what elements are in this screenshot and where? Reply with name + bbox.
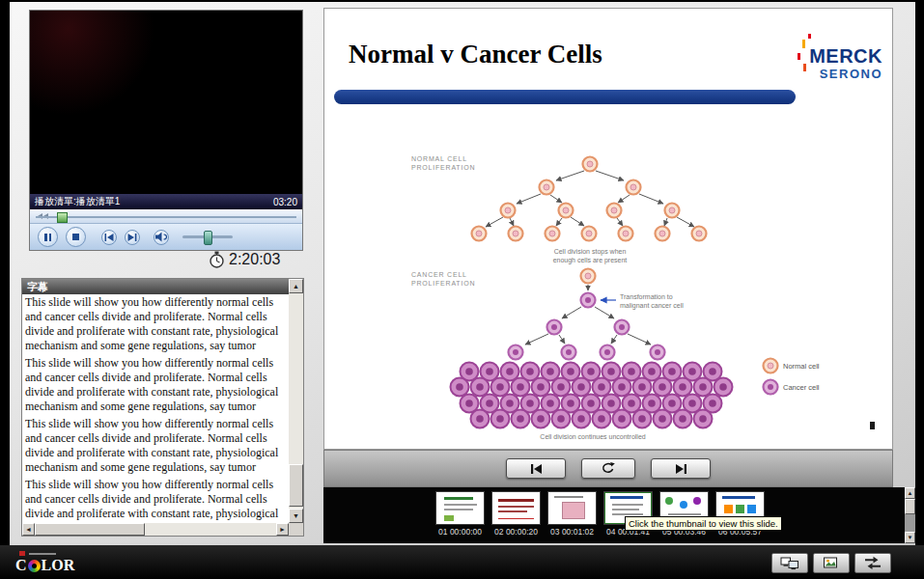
logo-serono-text: SERONO bbox=[820, 67, 882, 81]
logo-tick-icon bbox=[808, 34, 811, 39]
thumb-decoration bbox=[444, 504, 477, 506]
seek-thumb[interactable] bbox=[57, 212, 68, 223]
elapsed-time-value: 2:20:03 bbox=[229, 251, 280, 268]
thumb-decoration bbox=[612, 509, 639, 510]
scroll-down-button[interactable]: ▼ bbox=[289, 509, 303, 523]
scrollbar-corner bbox=[289, 523, 303, 536]
thumb-decoration bbox=[562, 502, 585, 519]
display-switch-icon bbox=[780, 557, 799, 570]
merck-serono-logo: MERCK SERONO bbox=[796, 34, 884, 92]
slide-viewer: Normal v Cancer Cells MERCK SERONO bbox=[323, 8, 893, 450]
elapsed-time: 2:20:03 bbox=[209, 251, 280, 268]
prev-slide-button[interactable] bbox=[506, 458, 566, 479]
left-arrow-icon: ◄ bbox=[25, 526, 32, 533]
down-arrow-icon: ▼ bbox=[293, 512, 299, 519]
subtitle-panel: 字幕 This slide will show you how differen… bbox=[21, 278, 304, 537]
stop-icon bbox=[72, 234, 79, 240]
up-arrow-icon: ▲ bbox=[293, 283, 299, 290]
color-logo: C LOR bbox=[15, 557, 74, 574]
volume-slider[interactable] bbox=[182, 235, 233, 238]
scroll-left-button[interactable]: ◄ bbox=[22, 523, 35, 536]
right-arrow-icon: ► bbox=[279, 526, 286, 533]
thumbnail-item: 03 00:01:02 bbox=[547, 491, 597, 537]
vertical-scroll-thumb[interactable] bbox=[289, 464, 303, 507]
legend-normal-label: Normal cell bbox=[783, 362, 820, 371]
playlist-label: 播放清單:播放清單1 bbox=[35, 195, 120, 208]
thumbnail-label: 01 00:00:00 bbox=[435, 527, 485, 537]
prev-track-button[interactable] bbox=[101, 230, 117, 245]
thumb-decoration bbox=[498, 518, 534, 519]
reload-slide-button[interactable] bbox=[581, 458, 635, 479]
scroll-up-button[interactable]: ▲ bbox=[289, 279, 303, 293]
svg-text:PROLIFERATION: PROLIFERATION bbox=[411, 164, 475, 171]
up-arrow-icon: ▲ bbox=[908, 490, 913, 496]
cancer-tree-arrows bbox=[525, 307, 651, 345]
stop-button[interactable] bbox=[66, 227, 86, 247]
slide-thumbnail-03[interactable] bbox=[547, 491, 597, 525]
display-switch-button[interactable] bbox=[771, 553, 808, 573]
video-screen[interactable] bbox=[30, 11, 302, 194]
thumb-decoration bbox=[736, 505, 744, 513]
seek-slider[interactable] bbox=[30, 209, 302, 223]
filmstrip: 01 00:00:00 02 00:00:20 bbox=[323, 487, 915, 543]
logo-marks bbox=[19, 551, 56, 556]
cancer-section-label: CANCER CELL bbox=[411, 271, 467, 278]
normal-caption: Cell division stops when bbox=[554, 248, 627, 256]
cancer-caption: Cell division continues uncontrolled bbox=[540, 433, 645, 440]
subtitle-paragraph: This slide will show you how differently… bbox=[25, 478, 286, 523]
thumb-decoration bbox=[444, 497, 473, 500]
transformation-label: Transformation to bbox=[620, 293, 673, 300]
video-duration: 03:20 bbox=[273, 197, 297, 207]
filmstrip-scroll-down-button[interactable]: ▼ bbox=[905, 532, 915, 543]
slide-thumbnail-01[interactable] bbox=[435, 491, 485, 525]
thumb-decoration bbox=[444, 515, 454, 521]
subtitle-header: 字幕 bbox=[22, 279, 289, 294]
slide-image-button[interactable] bbox=[813, 553, 850, 573]
slide-thumbnail-02[interactable] bbox=[491, 491, 541, 525]
horizontal-scroll-thumb[interactable] bbox=[35, 523, 145, 536]
volume-knob[interactable] bbox=[204, 231, 212, 245]
swap-arrows-icon bbox=[863, 556, 882, 570]
elearning-player-window: 播放清單:播放清單1 03:20 bbox=[0, 0, 924, 579]
thumb-decoration bbox=[498, 510, 527, 512]
thumb-decoration bbox=[722, 496, 755, 499]
thumb-decoration bbox=[498, 499, 534, 502]
next-track-icon bbox=[127, 234, 137, 241]
swap-view-button[interactable] bbox=[854, 553, 891, 573]
playback-controls bbox=[30, 223, 302, 250]
diagram-legend: Normal cell Cancer cell bbox=[764, 359, 820, 395]
next-slide-icon bbox=[673, 464, 689, 474]
footer-bar: C LOR bbox=[0, 545, 924, 579]
next-track-button[interactable] bbox=[125, 230, 140, 245]
thumb-decoration bbox=[612, 504, 643, 506]
scroll-right-button[interactable]: ► bbox=[276, 523, 289, 536]
pause-button[interactable] bbox=[38, 227, 58, 247]
svg-text:PROLIFERATION: PROLIFERATION bbox=[411, 280, 475, 287]
speaker-icon bbox=[155, 232, 168, 242]
logo-merck-text: MERCK bbox=[809, 45, 882, 68]
subtitle-paragraph: This slide will show you how differently… bbox=[25, 295, 286, 353]
filmstrip-scroll-up-button[interactable]: ▲ bbox=[905, 487, 915, 499]
seek-track[interactable] bbox=[36, 216, 296, 218]
next-slide-button[interactable] bbox=[651, 458, 711, 479]
thumb-decoration bbox=[724, 505, 733, 513]
playlist-bar: 播放清單:播放清單1 03:20 bbox=[30, 194, 302, 209]
filmstrip-scroll-thumb[interactable] bbox=[905, 499, 915, 514]
thumb-decoration bbox=[693, 497, 701, 505]
mute-button[interactable] bbox=[154, 230, 169, 245]
thumbnail-tooltip: Click the thumbnail to view this slide. bbox=[625, 516, 782, 531]
thumb-decoration bbox=[680, 501, 687, 509]
normal-section-label: NORMAL CELL bbox=[411, 155, 467, 162]
thumbnail-item: 02 00:00:20 bbox=[491, 491, 541, 537]
thumb-decoration bbox=[747, 505, 756, 513]
slide-title: Normal v Cancer Cells bbox=[349, 40, 602, 69]
subtitle-content: This slide will show you how differently… bbox=[22, 294, 289, 523]
prev-track-icon bbox=[104, 234, 114, 241]
svg-text:enough cells are present: enough cells are present bbox=[553, 257, 628, 264]
footer-buttons bbox=[771, 553, 891, 573]
thumb-decoration bbox=[665, 497, 673, 505]
color-wheel-icon bbox=[28, 560, 41, 572]
logo-tick-icon bbox=[798, 53, 800, 60]
cancer-cell-mass bbox=[451, 363, 733, 428]
subtitle-paragraph: This slide will show you how differently… bbox=[25, 356, 286, 414]
